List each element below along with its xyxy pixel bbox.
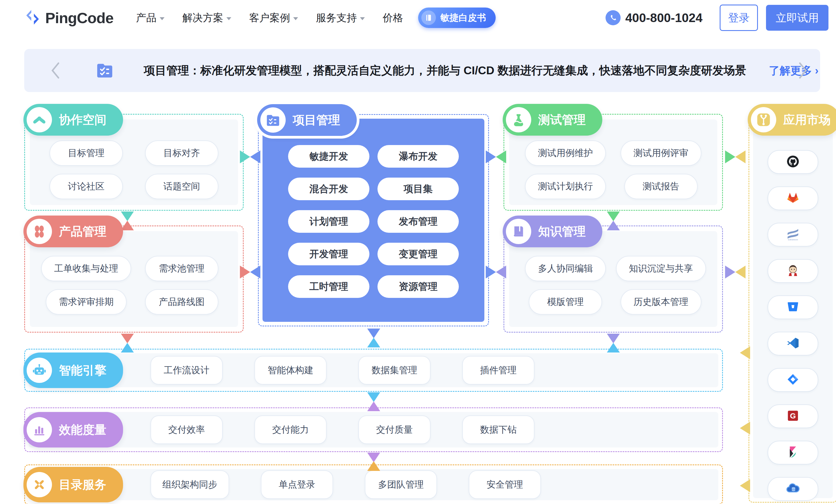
vscode-icon — [786, 336, 800, 351]
feature-pill: 多团队管理 — [365, 470, 437, 499]
feature-pill: 交付质量 — [358, 415, 431, 444]
feature-pill: 知识沉淀与共享 — [616, 256, 706, 281]
app-market-header: 应用市场 — [748, 104, 836, 136]
book-open-icon — [506, 219, 531, 244]
project-management-header: 项目管理 — [257, 104, 357, 136]
app-subversion[interactable]: SUBVERSION — [767, 223, 818, 247]
panel-product-management: 产品管理 工单收集与处理 需求池管理 需求评审排期 产品路线图 — [24, 226, 244, 333]
pingcode-logo[interactable]: PingCode — [24, 9, 113, 27]
feature-pill: 变更管理 — [378, 243, 459, 265]
panel-collab-space: 协作空间 目标管理 目标对齐 讨论社区 话题空间 — [24, 114, 244, 211]
arrow-right — [240, 266, 250, 278]
git-branch-icon — [751, 107, 776, 132]
collab-items: 目标管理 目标对齐 讨论社区 话题空间 — [44, 140, 224, 199]
feature-pill: 计划管理 — [288, 210, 369, 233]
app-market-list: SUBVERSION — [767, 150, 818, 501]
arrow-down — [121, 334, 134, 343]
chevron-down-icon — [293, 17, 298, 20]
jenkins-icon — [786, 264, 800, 278]
phone-number: 400-800-1024 — [625, 11, 702, 25]
feature-pill: 目标管理 — [50, 140, 123, 166]
arrow-up — [367, 402, 380, 411]
app-kibana[interactable] — [767, 441, 818, 464]
arrow-left — [735, 266, 745, 278]
feature-pill: 测试报告 — [624, 174, 698, 199]
arrow-up — [367, 338, 380, 347]
feature-pill: 工作流设计 — [151, 356, 223, 385]
collab-space-header: 协作空间 — [23, 104, 123, 136]
banner-next-icon[interactable] — [798, 49, 808, 92]
feature-pill: 开发管理 — [288, 243, 369, 265]
handshake-icon — [27, 107, 52, 132]
feature-pill: 测试用例维护 — [525, 140, 606, 166]
feature-pill: 话题空间 — [145, 174, 218, 199]
feature-pill: 安全管理 — [469, 470, 541, 499]
banner-text: 项目管理：标准化研发管理模型，搭配灵活自定义能力，并能与 CI/CD 数据进行无… — [144, 63, 746, 78]
app-gitee[interactable]: G — [767, 404, 818, 428]
crossed-tools-icon — [27, 472, 52, 497]
panel-test-management: 测试管理 测试用例维护 测试用例评审 测试计划执行 测试报告 — [504, 114, 723, 211]
nav-item-pricing[interactable]: 价格 — [383, 11, 403, 25]
project-folder-icon — [96, 61, 114, 80]
jira-icon — [786, 373, 800, 387]
arrow-right — [486, 266, 496, 278]
whitepaper-badge[interactable]: 敏捷白皮书 — [418, 7, 496, 28]
chevron-down-icon — [360, 17, 365, 20]
logo-text: PingCode — [45, 9, 113, 27]
feature-pill: 需求评审排期 — [46, 289, 127, 314]
feature-pill: 智能体构建 — [254, 356, 327, 385]
arrow-down — [367, 392, 380, 402]
pingcode-logo-icon — [24, 9, 41, 27]
feature-pill: 单点登录 — [261, 470, 333, 499]
flask-icon — [506, 107, 531, 132]
panel-ai-engine: 智能引擎 工作流设计 智能体构建 数据集管理 插件管理 — [24, 349, 723, 392]
chevron-down-icon — [160, 17, 165, 20]
bitbucket-icon — [786, 300, 800, 314]
feature-pill: 资源管理 — [378, 275, 459, 298]
directory-service-header: 目录服务 — [23, 467, 123, 502]
clipboard-check-icon — [260, 108, 286, 133]
svg-text:G: G — [790, 412, 796, 420]
app-github[interactable] — [767, 150, 818, 174]
nav-item-customers[interactable]: 客户案例 — [249, 11, 298, 25]
feature-pill: 模版管理 — [529, 289, 602, 314]
panel-app-market: 应用市场 — [748, 114, 836, 503]
try-now-button[interactable]: 立即试用 — [766, 5, 829, 31]
kibana-icon — [786, 445, 800, 460]
feature-pill: 敏捷开发 — [288, 145, 369, 168]
four-petals-icon — [27, 219, 52, 244]
feature-pill: 测试计划执行 — [525, 174, 606, 199]
arrow-left — [250, 150, 260, 163]
login-button[interactable]: 登录 — [720, 4, 758, 31]
gitee-icon: G — [786, 409, 800, 424]
feature-pill: 工时管理 — [288, 275, 369, 298]
feature-pill: 组织架构同步 — [151, 470, 229, 499]
feature-pill: 产品路线图 — [145, 289, 218, 314]
app-jenkins[interactable] — [767, 259, 818, 283]
arrow-left — [496, 150, 506, 163]
arrow-down — [607, 212, 620, 221]
top-nav: PingCode 产品 解决方案 客户案例 服务支持 价格 敏捷白皮书 — [0, 0, 836, 36]
app-bitbucket[interactable] — [767, 295, 818, 319]
efficiency-metrics-header: 效能度量 — [23, 412, 123, 447]
nav-item-products[interactable]: 产品 — [136, 11, 165, 25]
arrow-left — [735, 150, 745, 163]
metrics-items: 交付效率 交付能力 交付质量 数据下钻 — [151, 415, 534, 444]
app-jira[interactable] — [767, 368, 818, 392]
learn-more-link[interactable]: 了解更多 › — [769, 63, 818, 78]
app-vscode[interactable] — [767, 332, 818, 355]
arrow-down — [367, 329, 380, 338]
directory-items: 组织架构同步 单点登录 多团队管理 安全管理 — [151, 470, 541, 499]
gitlab-icon — [786, 191, 800, 206]
app-cloud-database[interactable] — [767, 477, 818, 501]
github-icon — [786, 155, 800, 169]
phone-contact[interactable]: 400-800-1024 — [606, 10, 702, 25]
app-gitlab[interactable] — [767, 187, 818, 210]
nav-item-solutions[interactable]: 解决方案 — [182, 11, 231, 25]
nav-item-support[interactable]: 服务支持 — [316, 11, 365, 25]
arrow-left — [496, 266, 506, 278]
arrow-left — [740, 422, 750, 434]
banner-prev-icon[interactable] — [50, 49, 61, 92]
arrow-down — [607, 334, 620, 343]
product-management-header: 产品管理 — [23, 215, 123, 247]
